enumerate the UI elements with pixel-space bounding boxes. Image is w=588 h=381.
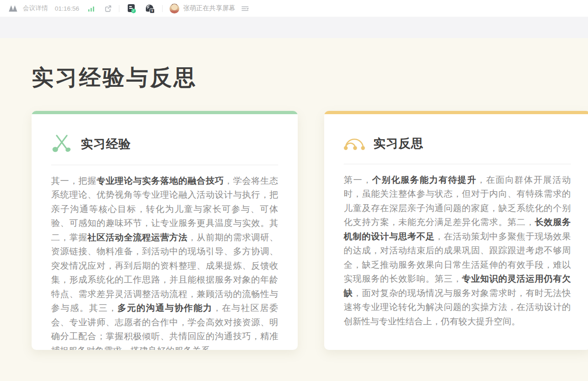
meeting-details-button[interactable]: 会议详情 (23, 4, 48, 13)
card-paragraph: 第一，个别化服务能力有待提升，在面向群体开展活动时，虽能关注整体参与状态，但对于… (344, 173, 571, 329)
card-title: 实习反思 (373, 136, 424, 152)
arc-nodes-icon (344, 134, 365, 154)
experience-card: 实习经验 其一，把握专业理论与实务落地的融合技巧，学会将生态系统理论、优势视角等… (32, 111, 298, 350)
avatar (170, 4, 179, 13)
card-paragraph: 其一，把握专业理论与实务落地的融合技巧，学会将生态系统理论、优势视角等专业理论融… (51, 174, 278, 350)
card-header: 实习反思 (344, 134, 571, 154)
card-title: 实习经验 (81, 136, 131, 152)
meeting-topbar: 会议详情 01:16:56 T (0, 0, 588, 17)
meeting-logo-icon (7, 5, 19, 12)
shared-slide: 实习经验与反思 实习经验 其一，把握 (0, 38, 588, 350)
meeting-timer: 01:16:56 (55, 5, 79, 12)
golf-clubs-icon (51, 134, 72, 155)
page-title: 实习经验与反思 (32, 64, 588, 91)
shared-screen-margin-band (0, 17, 588, 38)
card-accent-strip (32, 111, 298, 114)
cards-row: 实习经验 其一，把握专业理论与实务落地的融合技巧，学会将生态系统理论、优势视角等… (32, 111, 588, 350)
svg-text:T: T (151, 9, 153, 13)
topbar-divider (162, 5, 163, 12)
open-external-icon[interactable] (104, 5, 112, 13)
card-header: 实习经验 (51, 134, 278, 155)
caption-translate-icon[interactable]: T (144, 3, 155, 14)
card-accent-strip (324, 111, 588, 114)
sharing-status-text: 张萌正在共享屏幕 (183, 4, 235, 13)
topbar-divider (119, 5, 119, 12)
card-divider (344, 164, 571, 164)
reflection-card: 实习反思 第一，个别化服务能力有待提升，在面向群体开展活动时，虽能关注整体参与状… (324, 111, 588, 350)
signal-bars-icon (88, 6, 95, 12)
participants-list-icon[interactable] (241, 5, 249, 12)
card-divider (51, 165, 278, 165)
doc-app-icon[interactable] (126, 3, 137, 14)
